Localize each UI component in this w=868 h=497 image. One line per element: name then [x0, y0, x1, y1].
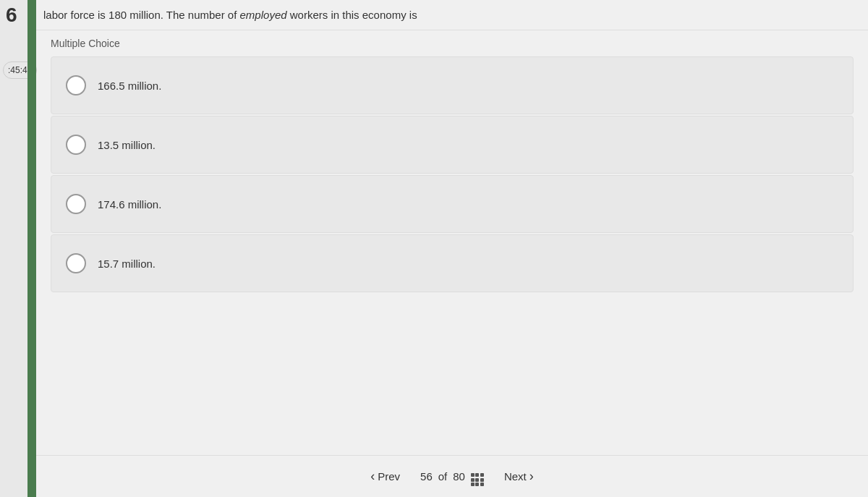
prev-button[interactable]: Prev [365, 466, 406, 487]
main-content: labor force is 180 million. The number o… [36, 0, 868, 497]
prev-label: Prev [378, 470, 400, 483]
radio-d[interactable] [66, 253, 86, 273]
choice-row-d[interactable]: 15.7 million. [51, 234, 854, 292]
multiple-choice-label: Multiple Choice [51, 38, 854, 49]
grid-icon[interactable] [471, 467, 484, 486]
radio-a[interactable] [66, 75, 86, 95]
next-button[interactable]: Next [498, 466, 540, 487]
choice-row-b[interactable]: 13.5 million. [51, 116, 854, 174]
chevron-right-icon [529, 469, 534, 484]
chevron-left-icon [370, 469, 375, 484]
question-header-em: employed [240, 9, 287, 21]
total-pages: 80 [453, 470, 465, 483]
choices-container: 166.5 million. 13.5 million. 174.6 milli… [51, 56, 854, 448]
choice-text-b: 13.5 million. [98, 139, 156, 151]
question-header: labor force is 180 million. The number o… [36, 0, 868, 30]
right-bar [27, 0, 36, 497]
radio-b[interactable] [66, 135, 86, 155]
choice-text-a: 166.5 million. [98, 80, 161, 92]
choice-text-d: 15.7 million. [98, 258, 156, 270]
choice-text-c: 174.6 million. [98, 198, 161, 211]
next-label: Next [504, 470, 527, 483]
left-sidebar: 6 :45:42 [0, 0, 36, 497]
question-body: Multiple Choice 166.5 million. 13.5 mill… [36, 30, 868, 455]
question-header-text: labor force is 180 million. The number o… [43, 9, 240, 21]
radio-c[interactable] [66, 194, 86, 214]
question-header-suffix: workers in this economy is [287, 9, 417, 21]
navigation-bar: Prev 56 of 80 Next [36, 455, 868, 497]
page-info: 56 of 80 [420, 467, 484, 486]
current-page: 56 [420, 470, 433, 483]
page-separator: of [438, 470, 448, 483]
choice-row-c[interactable]: 174.6 million. [51, 175, 854, 233]
choice-row-a[interactable]: 166.5 million. [51, 56, 854, 114]
question-number: 6 [6, 4, 17, 27]
